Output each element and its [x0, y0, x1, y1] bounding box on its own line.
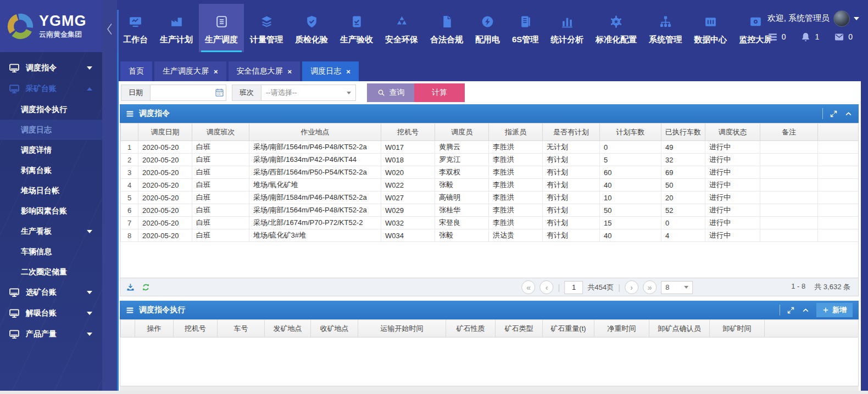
table-row[interactable]: 62020-05-20白班采场/南部/1564m/P46-P48/KT52-2a…	[121, 204, 859, 217]
sidebar-item-dispatch-command[interactable]: 调度指令	[0, 58, 102, 78]
logo: YGMG 云南黄金集团	[0, 0, 102, 52]
table-row[interactable]: 22020-05-20白班采场/南部/1634m/P42-P46/KT44W01…	[121, 154, 859, 166]
nav-item-stats[interactable]: 统计分析	[544, 4, 589, 52]
expand-panel-icon[interactable]	[787, 306, 795, 314]
table-row[interactable]: 72020-05-20白班采场/北部/1674m/P70-P72/KT52-2W…	[121, 217, 859, 229]
nav-item-production-dispatch[interactable]: 生产调度	[199, 4, 244, 52]
nav-item-6s[interactable]: 6S管理	[506, 4, 544, 52]
page-size-select[interactable]: 8	[661, 281, 693, 294]
right-edge-bar	[861, 52, 868, 391]
sidebar-item-vehicle-info[interactable]: 车辆信息	[0, 241, 102, 262]
page-number-input[interactable]	[565, 281, 583, 294]
nav-item-metering[interactable]: 计量管理	[244, 4, 289, 52]
table-row[interactable]: 12020-05-20白班采场/南部/1564m/P46-P48/KT52-2a…	[121, 141, 859, 154]
sidebar-item-mining-ledger[interactable]: 采矿台账	[0, 78, 102, 99]
sidebar-item-product-output[interactable]: 产品产量	[0, 324, 102, 345]
table-row[interactable]: 32020-05-20白班采场/西部/1564m/P50-P54/KT52-2a…	[121, 166, 859, 179]
nav-item-label: 合法合规	[430, 35, 463, 45]
calendar-icon[interactable]	[215, 88, 224, 97]
nav-item-standard-config[interactable]: 标准化配置	[589, 4, 643, 52]
nav-item-safety-env[interactable]: 安全环保	[379, 4, 424, 52]
sidebar-item-label: 车辆信息	[21, 247, 52, 257]
search-button[interactable]: 查询	[367, 83, 414, 102]
table-cell: 有计划	[543, 154, 600, 166]
sidebar-item-label: 调度详情	[21, 145, 52, 155]
table-cell: 张毅	[435, 179, 489, 192]
refresh-icon[interactable]	[141, 283, 151, 292]
table-cell: 采场/南部/1634m/P42-P46/KT44	[249, 154, 381, 166]
calculate-button[interactable]: 计算	[414, 83, 465, 102]
nav-item-system[interactable]: 系统管理	[643, 4, 688, 52]
table-cell: 40	[600, 179, 661, 192]
sidebar-item-label: 生产看板	[21, 227, 52, 237]
table-cell: 2020-05-20	[138, 192, 192, 204]
tab-dispatch-log[interactable]: 调度日志×	[302, 61, 359, 81]
nav-item-workbench[interactable]: 工作台	[117, 4, 154, 52]
next-page-button[interactable]: ›	[625, 280, 638, 294]
collapse-panel-icon[interactable]	[844, 110, 853, 118]
sidebar-item-yard-daily-ledger[interactable]: 堆场日台帐	[0, 181, 102, 201]
sidebar-item-ore-dressing-ledger[interactable]: 选矿台账	[0, 282, 102, 303]
first-page-button[interactable]: «	[522, 280, 536, 294]
nav-item-data-center[interactable]: 数据中心	[688, 4, 733, 52]
nav-item-compliance[interactable]: 合法合规	[424, 4, 469, 52]
sidebar-item-label: 调度日志	[21, 125, 52, 135]
sidebar-item-label: 调度指令执行	[21, 105, 67, 115]
sidebar-item-production-board[interactable]: 生产看板	[0, 221, 102, 241]
tab-safety-screen[interactable]: 安全信息大屏×	[229, 61, 301, 81]
sidebar-item-dispatch-log[interactable]: 调度日志	[0, 120, 102, 140]
chevron-left-icon[interactable]	[104, 21, 115, 37]
search-icon	[377, 88, 386, 97]
nav-item-quality[interactable]: 质检化验	[289, 4, 334, 52]
sidebar-item-dispatch-detail[interactable]: 调度详情	[0, 140, 102, 160]
close-icon[interactable]: ×	[288, 68, 292, 75]
table-row[interactable]: 82020-05-20白班堆场/硫化矿3#堆W034张毅洪达贵有计划404进行中	[121, 229, 859, 242]
sidebar-item-secondary-reserve[interactable]: 二次圈定储量	[0, 262, 102, 282]
nav-item-production-plan[interactable]: 生产计划	[154, 4, 199, 52]
close-icon[interactable]: ×	[214, 68, 218, 75]
table-cell: 采场/北部/1674m/P70-P72/KT52-2	[249, 217, 381, 229]
factory-icon	[170, 15, 183, 29]
nav-item-label: 系统管理	[649, 35, 682, 45]
sidebar-item-desorption-ledger[interactable]: 解吸台账	[0, 303, 102, 324]
content-bottom-strip	[120, 386, 859, 391]
table-cell: 0	[661, 217, 705, 229]
prev-page-button[interactable]: ‹	[540, 280, 554, 294]
sidebar-item-impact-factor-ledger[interactable]: 影响因素台账	[0, 201, 102, 221]
add-button[interactable]: 新增	[816, 303, 853, 317]
nav-item-power[interactable]: 配用电	[469, 4, 506, 52]
sidebar-item-label: 二次圈定储量	[21, 267, 67, 277]
table-cell: 2020-05-20	[138, 217, 192, 229]
badge-tasks[interactable]: 0	[767, 32, 786, 42]
shift-select[interactable]: --请选择--	[261, 85, 356, 101]
table-cell: 进行中	[705, 217, 760, 229]
expand-panel-icon[interactable]	[830, 110, 838, 118]
table-cell: 采场/南部/1564m/P46-P48/KT52-2a	[249, 204, 381, 217]
sidebar-collapse-gutter[interactable]	[102, 0, 117, 391]
badge-notifications[interactable]: 1	[800, 32, 819, 42]
collapse-panel-icon[interactable]	[802, 306, 810, 314]
user-menu[interactable]: 欢迎, 系统管理员	[767, 10, 859, 27]
dispatch-execution-table: 操作挖机号车号发矿地点收矿地点运输开始时间矿石性质矿石类型矿石重量(t)净重时间…	[120, 319, 859, 386]
sidebar-item-stripping-ledger[interactable]: 剥离台账	[0, 160, 102, 181]
table-row[interactable]: 42020-05-20白班堆场/氧化矿堆W022张毅李胜洪有计划4050进行中	[121, 179, 859, 192]
lightning-icon	[481, 15, 494, 29]
download-icon[interactable]	[126, 283, 135, 292]
table-cell: 白班	[192, 166, 249, 179]
table-cell: 李胜洪	[489, 141, 543, 154]
table-row[interactable]: 52020-05-20白班采场/南部/1584m/P46-P48/KT52-2a…	[121, 192, 859, 204]
table-cell: 10	[600, 192, 661, 204]
divider	[780, 305, 780, 316]
user-area: 欢迎, 系统管理员 010	[767, 0, 865, 52]
last-page-button[interactable]: »	[643, 280, 656, 294]
table-cell	[760, 192, 818, 204]
pagination: « ‹ | 共454页 | › » 8	[522, 278, 693, 296]
avatar[interactable]	[833, 10, 850, 27]
bottom-strip	[0, 391, 868, 394]
badge-messages[interactable]: 0	[834, 32, 853, 42]
close-icon[interactable]: ×	[346, 68, 350, 75]
sidebar-item-dispatch-execution[interactable]: 调度指令执行	[0, 99, 102, 120]
tab-home[interactable]: 首页	[120, 61, 152, 81]
nav-item-acceptance[interactable]: 生产验收	[334, 4, 379, 52]
tab-dispatch-screen[interactable]: 生产调度大屏×	[154, 61, 226, 81]
